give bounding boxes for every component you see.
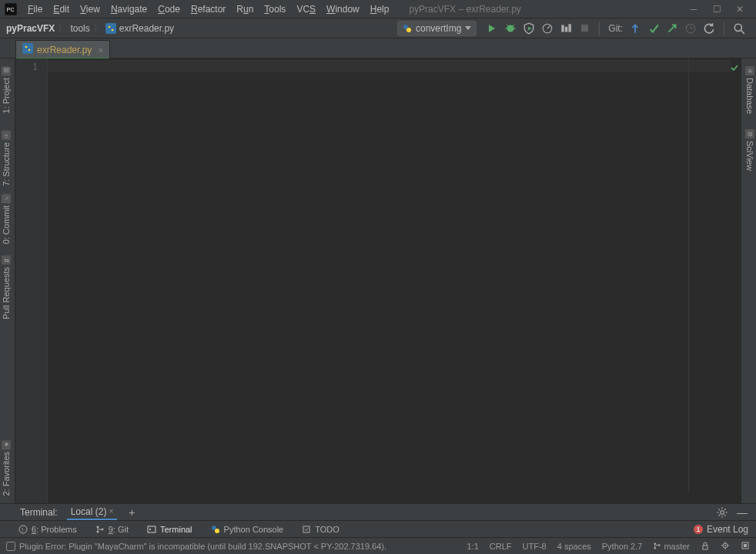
svg-point-6 bbox=[406, 28, 411, 32]
breadcrumb-sep: 〉 bbox=[58, 22, 67, 35]
hide-panel-button[interactable]: — bbox=[736, 506, 748, 519]
tab-git[interactable]: 9: Git bbox=[92, 523, 132, 536]
terminal-tab-label: Local (2) bbox=[71, 506, 107, 517]
svg-point-4 bbox=[111, 28, 113, 31]
svg-text:PC: PC bbox=[7, 6, 15, 12]
right-tool-strip: ≋Database ⊞SciView bbox=[741, 58, 756, 503]
breadcrumb: pyPracVFX 〉 tools 〉 exrReader.py bbox=[6, 22, 174, 35]
git-push-button[interactable] bbox=[666, 22, 678, 35]
terminal-panel-header: Terminal: Local (2) × + — bbox=[0, 503, 756, 520]
tab-terminal[interactable]: Terminal bbox=[144, 523, 196, 536]
memory-indicator-icon[interactable] bbox=[721, 541, 730, 552]
menu-file[interactable]: File bbox=[23, 2, 47, 17]
svg-point-19 bbox=[734, 24, 741, 31]
run-config-selector[interactable]: convertImg bbox=[397, 21, 477, 36]
svg-point-27 bbox=[96, 526, 99, 528]
svg-point-32 bbox=[215, 529, 219, 533]
sciview-icon: ⊞ bbox=[745, 129, 754, 138]
gear-icon[interactable] bbox=[716, 506, 728, 519]
breadcrumb-root[interactable]: pyPracVFX bbox=[6, 23, 55, 34]
stop-button[interactable] bbox=[578, 22, 590, 35]
menu-run[interactable]: Run bbox=[232, 2, 258, 17]
maximize-button[interactable]: ☐ bbox=[705, 2, 728, 17]
debug-button[interactable] bbox=[504, 22, 517, 35]
svg-point-34 bbox=[654, 542, 657, 545]
editor-tab-exrreader[interactable]: exrReader.py × bbox=[15, 40, 110, 58]
menu-refactor[interactable]: Refactor bbox=[186, 2, 230, 17]
indent-setting[interactable]: 4 spaces bbox=[557, 542, 591, 551]
terminal-tab-local[interactable]: Local (2) × bbox=[67, 505, 118, 520]
tool-database[interactable]: ≋Database bbox=[744, 63, 756, 117]
tool-commit[interactable]: 0: Commit✓ bbox=[0, 191, 12, 247]
tab-event-log[interactable]: 1 Event Log bbox=[694, 524, 756, 535]
menu-vcs[interactable]: VCS bbox=[292, 2, 320, 17]
git-revert-button[interactable] bbox=[703, 22, 715, 35]
folder-icon: ▤ bbox=[2, 66, 11, 75]
close-tab-icon[interactable]: × bbox=[98, 45, 102, 55]
tool-project[interactable]: 1: Project▤ bbox=[0, 63, 12, 116]
git-update-button[interactable] bbox=[629, 22, 641, 35]
tab-python-console[interactable]: Python Console bbox=[208, 523, 287, 536]
editor-body[interactable] bbox=[48, 58, 741, 503]
run-coverage-button[interactable] bbox=[523, 22, 535, 35]
left-tool-strip: 1: Project▤ 7: Structure≡ 0: Commit✓ Pul… bbox=[0, 58, 15, 503]
star-icon: ★ bbox=[2, 440, 11, 449]
git-commit-button[interactable] bbox=[647, 22, 660, 35]
terminal-label: Terminal: bbox=[20, 507, 58, 518]
svg-point-36 bbox=[658, 544, 661, 546]
menu-window[interactable]: Window bbox=[322, 2, 364, 17]
git-branch[interactable]: master bbox=[653, 542, 690, 551]
close-icon[interactable]: × bbox=[109, 507, 113, 516]
error-badge-icon: 1 bbox=[694, 525, 703, 534]
git-history-button[interactable] bbox=[684, 22, 697, 35]
tool-sciview[interactable]: ⊞SciView bbox=[744, 126, 756, 174]
svg-line-11 bbox=[513, 25, 514, 26]
concurrency-button[interactable] bbox=[560, 22, 572, 35]
svg-line-10 bbox=[507, 25, 509, 26]
window-controls: ─ ☐ ✕ bbox=[682, 2, 751, 17]
svg-rect-21 bbox=[22, 43, 33, 54]
pycharm-icon: PC bbox=[5, 3, 17, 15]
close-button[interactable]: ✕ bbox=[728, 2, 751, 17]
tool-pull-requests[interactable]: Pull Requests⇆ bbox=[0, 252, 12, 322]
minimize-button[interactable]: ─ bbox=[682, 2, 705, 17]
menu-navigate[interactable]: Navigate bbox=[106, 2, 152, 17]
search-everywhere-button[interactable] bbox=[733, 22, 745, 35]
caret-line-highlight bbox=[48, 60, 731, 72]
pull-request-icon: ⇆ bbox=[2, 255, 11, 265]
svg-text:!: ! bbox=[22, 526, 23, 533]
line-separator[interactable]: CRLF bbox=[490, 542, 512, 551]
menu-edit[interactable]: Edit bbox=[49, 2, 74, 17]
lock-icon[interactable] bbox=[701, 541, 710, 552]
menu-code[interactable]: Code bbox=[153, 2, 185, 17]
profile-button[interactable] bbox=[541, 22, 554, 35]
toolbar-separator bbox=[599, 22, 600, 35]
svg-rect-16 bbox=[565, 26, 567, 32]
svg-point-24 bbox=[721, 510, 724, 514]
tool-structure[interactable]: 7: Structure≡ bbox=[0, 128, 12, 189]
run-config-label: convertImg bbox=[416, 23, 461, 34]
svg-marker-12 bbox=[528, 26, 532, 30]
python-interpreter[interactable]: Python 2.7 bbox=[602, 542, 643, 551]
svg-point-28 bbox=[96, 530, 99, 532]
status-message[interactable]: Plugin Error: Plugin "MayaCharm" is inco… bbox=[6, 542, 386, 551]
menu-tools[interactable]: Tools bbox=[259, 2, 290, 17]
ide-settings-icon[interactable] bbox=[741, 541, 750, 552]
branch-icon bbox=[653, 542, 661, 550]
svg-point-35 bbox=[654, 547, 657, 549]
editor[interactable]: 1 bbox=[15, 58, 741, 503]
file-encoding[interactable]: UTF-8 bbox=[523, 542, 547, 551]
breadcrumb-folder[interactable]: tools bbox=[70, 23, 89, 34]
new-terminal-button[interactable]: + bbox=[125, 506, 139, 519]
inspection-ok-icon[interactable] bbox=[730, 63, 739, 75]
tool-favorites[interactable]: 2: Favorites★ bbox=[0, 437, 12, 499]
menu-view[interactable]: View bbox=[75, 2, 105, 17]
breadcrumb-file[interactable]: exrReader.py bbox=[119, 23, 174, 34]
menu-bar: File Edit View Navigate Code Refactor Ru… bbox=[23, 2, 393, 17]
run-button[interactable] bbox=[486, 22, 498, 35]
toolbar-right: convertImg Git: bbox=[397, 21, 750, 36]
menu-help[interactable]: Help bbox=[366, 2, 394, 17]
tab-todo[interactable]: TODO bbox=[299, 523, 343, 536]
caret-position[interactable]: 1:1 bbox=[467, 542, 479, 551]
tab-problems[interactable]: ! 6: Problems bbox=[15, 523, 80, 536]
